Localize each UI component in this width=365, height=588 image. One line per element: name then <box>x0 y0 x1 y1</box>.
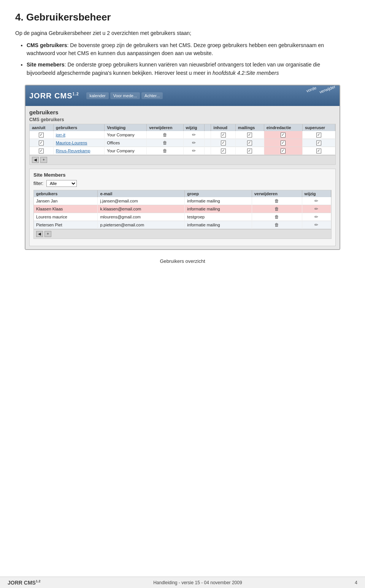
cell-name: Maurice-Lourens <box>53 139 105 147</box>
delete-icon[interactable]: 🗑 <box>163 132 167 138</box>
delete-icon[interactable]: 🗑 <box>275 198 279 204</box>
checkbox-icon[interactable] <box>281 133 286 138</box>
cell-spacer <box>205 139 211 147</box>
cell-inhoud <box>211 131 236 139</box>
cell-sm-email: mlourens@gmail.com <box>98 213 185 221</box>
cms-users-table-header: aan/uit gebruikers Vestiging verwijderen… <box>30 124 335 131</box>
bullet-list: CMS gebruikers: De bovenste groep zijn d… <box>27 41 350 77</box>
site-members-tbody: Jansen Jan j.jansen@email.com informatie… <box>34 197 331 229</box>
edit-icon[interactable]: ✏ <box>192 148 196 153</box>
checkbox-icon[interactable] <box>247 133 252 138</box>
delete-icon[interactable]: 🗑 <box>275 206 279 212</box>
cms-users-table: aan/uit gebruikers Vestiging verwijderen… <box>30 124 335 155</box>
cell-sm-groep: informatie mailing <box>185 221 252 229</box>
edit-icon[interactable]: ✏ <box>192 140 196 145</box>
col-sm-groep: groep <box>185 190 252 197</box>
sm-table-prev-btn[interactable]: ◀ <box>36 231 43 237</box>
cms-users-table-wrapper: aan/uit gebruikers Vestiging verwijderen… <box>29 124 336 165</box>
cell-aanuit <box>30 131 53 139</box>
cell-sm-name: Klaasen Klaas <box>34 205 98 213</box>
bullet-site-members: Site memebers: De onderste groep gebruik… <box>27 61 350 77</box>
cell-mailings <box>235 131 264 139</box>
delete-icon[interactable]: 🗑 <box>163 140 167 145</box>
cell-name: Rinus-Reuvekamp <box>53 147 105 155</box>
cell-superuser <box>302 131 335 139</box>
cms-logo: JORR CMS1.2 <box>29 92 79 100</box>
cell-verwijderen: 🗑 <box>147 131 183 139</box>
cell-eindredactie <box>264 139 302 147</box>
cell-verwijderen: 🗑 <box>147 147 183 155</box>
edit-icon[interactable]: ✏ <box>314 198 318 204</box>
checkbox-icon[interactable] <box>316 149 321 153</box>
user-link[interactable]: jorr-it <box>56 133 65 137</box>
cell-sm-wijzig: ✏ <box>302 197 331 205</box>
cell-sm-name: Lourens maurice <box>34 213 98 221</box>
cell-spacer <box>205 131 211 139</box>
checkbox-icon[interactable] <box>316 141 321 145</box>
checkbox-icon[interactable] <box>281 149 286 153</box>
cell-sm-name: Jansen Jan <box>34 197 98 205</box>
cell-superuser <box>302 147 335 155</box>
footer-text: Handleiding - versie 15 - 04 november 20… <box>153 580 242 585</box>
edit-icon[interactable]: ✏ <box>192 132 196 138</box>
cell-eindredactie <box>264 147 302 155</box>
cell-name: jorr-it <box>53 131 105 139</box>
checkbox-icon[interactable] <box>281 141 286 145</box>
checkbox-icon[interactable] <box>39 149 44 153</box>
site-members-table: gebruikers e-mail groep verwijderen wijz… <box>34 190 331 229</box>
table-next-btn[interactable]: + <box>40 157 47 163</box>
edit-icon[interactable]: ✏ <box>314 222 318 228</box>
checkbox-icon[interactable] <box>39 141 44 145</box>
sm-table-next-btn[interactable]: + <box>44 231 51 237</box>
checkbox-icon[interactable] <box>247 141 252 145</box>
user-link[interactable]: Rinus-Reuvekamp <box>56 149 90 153</box>
col-sm-gebruikers: gebruikers <box>34 190 98 197</box>
col-sm-verwijderen: verwijderen <box>252 190 302 197</box>
checkbox-icon[interactable] <box>247 149 252 153</box>
nav-voormede[interactable]: Voor mede... <box>110 92 140 99</box>
cell-superuser <box>302 139 335 147</box>
col-mailings: mailings <box>235 124 264 131</box>
intro-paragraph: Op de pagina Gebruikersbeheer ziet u 2 o… <box>15 29 350 38</box>
cell-sm-verwijderen: 🗑 <box>252 205 302 213</box>
delete-icon[interactable]: 🗑 <box>275 214 279 220</box>
delete-icon[interactable]: 🗑 <box>163 148 167 153</box>
nav-kalender[interactable]: kalender <box>86 92 108 99</box>
cell-mailings <box>235 139 264 147</box>
nav-right-vorde: vorde <box>306 85 317 93</box>
filter-select[interactable]: Alle informatie mailing testgroep <box>46 180 77 187</box>
edit-icon[interactable]: ✏ <box>314 206 318 212</box>
nav-achter[interactable]: Achter... <box>141 92 163 99</box>
site-members-title: Site Members <box>33 172 332 178</box>
checkbox-icon[interactable] <box>221 133 226 138</box>
cell-wijzig: ✏ <box>183 147 205 155</box>
bullet2-label: Site memebers <box>27 62 65 68</box>
cell-spacer <box>205 147 211 155</box>
cell-wijzig: ✏ <box>183 139 205 147</box>
col-spacer <box>205 124 211 131</box>
caption: Gebruikers overzicht <box>15 258 350 265</box>
table-prev-btn[interactable]: ◀ <box>32 157 39 163</box>
col-aanuit: aan/uit <box>30 124 53 131</box>
cell-eindredactie <box>264 131 302 139</box>
checkbox-icon[interactable] <box>221 149 226 153</box>
checkbox-icon[interactable] <box>221 141 226 145</box>
col-gebruikers: gebruikers <box>53 124 105 131</box>
nav-right-verwijder: verwijder <box>319 85 336 94</box>
delete-icon[interactable]: 🗑 <box>275 222 279 228</box>
bullet2-link[interactable]: hoofdstuk 4.2:Site members <box>213 70 279 76</box>
cell-vestiging: Your Company <box>105 147 147 155</box>
cms-screenshot: JORR CMS1.2 kalender Voor mede... Achter… <box>25 85 340 250</box>
user-link[interactable]: Maurice-Lourens <box>56 141 87 145</box>
edit-icon[interactable]: ✏ <box>314 214 318 220</box>
cell-wijzig: ✏ <box>183 131 205 139</box>
col-verwijderen: verwijderen <box>147 124 183 131</box>
cms-table-nav: ◀ + <box>30 155 335 164</box>
cms-user-row: jorr-it Your Company 🗑 ✏ <box>30 131 335 139</box>
col-sm-email: e-mail <box>98 190 185 197</box>
col-eindredactie: eindredactie <box>264 124 302 131</box>
cell-sm-groep: informatie mailing <box>185 197 252 205</box>
checkbox-icon[interactable] <box>316 133 321 138</box>
checkbox-icon[interactable] <box>39 133 44 138</box>
cell-verwijderen: 🗑 <box>147 139 183 147</box>
